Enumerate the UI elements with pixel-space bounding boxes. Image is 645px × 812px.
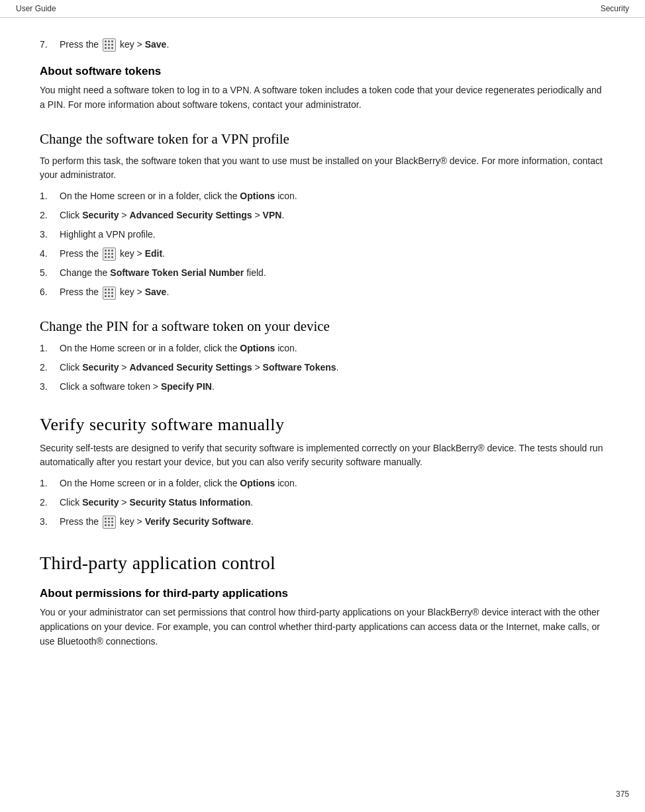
menu-key-icon [103,248,116,261]
step-text: Highlight a VPN profile. [60,228,605,242]
step-text: Click Security > Advanced Security Setti… [60,361,605,375]
menu-key-icon [103,287,116,300]
change-software-token-vpn-steps: 1. On the Home screen or in a folder, cl… [40,189,605,300]
step-vpn-4: 4. Press the key > Edit. [40,247,605,261]
verify-security-body: Security self-tests are designed to veri… [40,441,605,470]
header-left: User Guide [16,4,56,13]
step-num: 3. [40,380,60,394]
step-text: Press the key > Save. [60,285,605,299]
step-text: Change the Software Token Serial Number … [60,266,605,280]
step-verify-3: 3. Press the key > Verify Security Softw… [40,515,605,529]
about-software-tokens-body: You might need a software token to log i… [40,83,605,112]
step-vpn-6: 6. Press the key > Save. [40,285,605,299]
step-7-text: Press the key > Save. [60,38,605,52]
about-permissions-heading: About permissions for third-party applic… [40,587,605,600]
step-text: Click Security > Security Status Informa… [60,496,605,510]
step-text: Click Security > Advanced Security Setti… [60,208,605,222]
step-text: Press the key > Edit. [60,247,605,261]
header-right: Security [601,4,629,13]
menu-key-icon [103,38,116,52]
step-verify-1: 1. On the Home screen or in a folder, cl… [40,476,605,490]
step-text: Click a software token > Specify PIN. [60,380,605,394]
page-content: 7. Press the key > Save. About software … [0,18,645,695]
third-party-heading: Third-party application control [40,553,605,574]
step-num: 2. [40,208,60,222]
step-text: On the Home screen or in a folder, click… [60,189,605,203]
step-7-number: 7. [40,38,60,52]
step-num: 1. [40,189,60,203]
step-vpn-2: 2. Click Security > Advanced Security Se… [40,208,605,222]
page-number: 375 [616,789,629,799]
step-vpn-3: 3. Highlight a VPN profile. [40,228,605,242]
step-num: 2. [40,496,60,510]
page-footer: 375 [616,789,629,799]
step-num: 3. [40,515,60,529]
step-num: 4. [40,247,60,261]
change-software-token-vpn-body: To perform this task, the software token… [40,154,605,183]
step-vpn-5: 5. Change the Software Token Serial Numb… [40,266,605,280]
page-header: User Guide Security [0,0,645,18]
step-text: On the Home screen or in a folder, click… [60,341,605,355]
verify-security-heading: Verify security software manually [40,415,605,435]
step-text: Press the key > Verify Security Software… [60,515,605,529]
step-7: 7. Press the key > Save. [40,38,605,52]
menu-key-icon [103,516,116,529]
step-num: 2. [40,361,60,375]
step-num: 5. [40,266,60,280]
step-verify-2: 2. Click Security > Security Status Info… [40,496,605,510]
verify-security-steps: 1. On the Home screen or in a folder, cl… [40,476,605,529]
change-pin-steps: 1. On the Home screen or in a folder, cl… [40,341,605,394]
step-num: 6. [40,285,60,299]
about-software-tokens-heading: About software tokens [40,65,605,78]
step-num: 3. [40,228,60,242]
step-text: On the Home screen or in a folder, click… [60,476,605,490]
change-pin-heading: Change the PIN for a software token on y… [40,318,605,335]
step-vpn-1: 1. On the Home screen or in a folder, cl… [40,189,605,203]
step-pin-2: 2. Click Security > Advanced Security Se… [40,361,605,375]
about-permissions-body: You or your administrator can set permis… [40,606,605,649]
change-software-token-vpn-heading: Change the software token for a VPN prof… [40,131,605,148]
step-pin-3: 3. Click a software token > Specify PIN. [40,380,605,394]
step-num: 1. [40,476,60,490]
step-pin-1: 1. On the Home screen or in a folder, cl… [40,341,605,355]
step-num: 1. [40,341,60,355]
